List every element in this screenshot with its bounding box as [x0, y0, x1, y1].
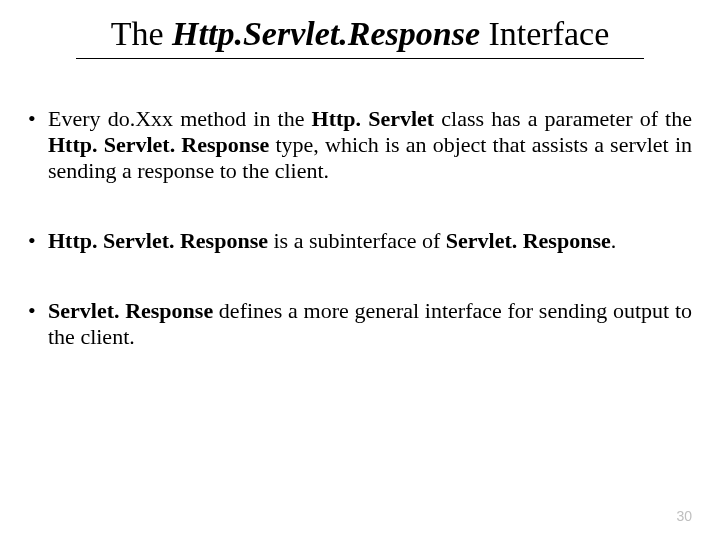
- page-number: 30: [676, 508, 692, 524]
- title-pre: The: [111, 15, 172, 52]
- bullet-item: Http. Servlet. Response is a subinterfac…: [28, 228, 692, 254]
- text-run: class has a parameter of the: [434, 106, 692, 131]
- bold-text: Servlet. Response: [48, 298, 213, 323]
- bullet-item: Servlet. Response defines a more general…: [28, 298, 692, 350]
- text-run: Every do.Xxx method in the: [48, 106, 312, 131]
- bold-text: Servlet. Response: [446, 228, 611, 253]
- bullet-list: Every do.Xxx method in the Http. Servlet…: [28, 106, 692, 350]
- bold-text: Http. Servlet. Response: [48, 228, 268, 253]
- slide-body: Every do.Xxx method in the Http. Servlet…: [28, 106, 692, 394]
- title-underline: [76, 58, 644, 59]
- title-post: Interface: [480, 15, 609, 52]
- text-run: .: [611, 228, 617, 253]
- slide: The Http.Servlet.Response Interface Ever…: [0, 0, 720, 540]
- slide-title: The Http.Servlet.Response Interface: [0, 14, 720, 55]
- title-emph: Http.Servlet.Response: [172, 15, 480, 52]
- bold-text: Http. Servlet. Response: [48, 132, 269, 157]
- bullet-item: Every do.Xxx method in the Http. Servlet…: [28, 106, 692, 184]
- bold-text: Http. Servlet: [312, 106, 435, 131]
- text-run: is a subinterface of: [268, 228, 446, 253]
